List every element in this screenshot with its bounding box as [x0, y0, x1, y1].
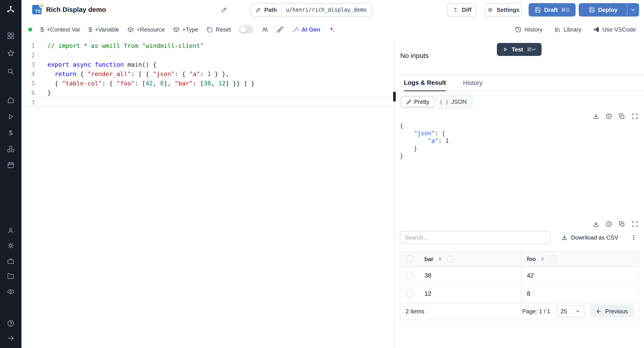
- search-input[interactable]: [400, 231, 550, 244]
- ai-gen-button[interactable]: AI Gen: [292, 26, 320, 33]
- copy-icon[interactable]: [618, 221, 625, 228]
- runs-play-icon[interactable]: [0, 109, 22, 125]
- download-icon[interactable]: [592, 221, 599, 228]
- audit-eye-icon[interactable]: [0, 284, 22, 300]
- test-button[interactable]: Test ⌘↵: [497, 43, 542, 56]
- deploy-button[interactable]: Deploy: [579, 3, 639, 16]
- json-pretty-view: { "json": { "a": 1 }}: [400, 122, 639, 160]
- workspace-apps-icon[interactable]: [0, 28, 22, 44]
- sparkles-icon[interactable]: [328, 26, 336, 33]
- column-toggle-checkbox[interactable]: [447, 256, 454, 262]
- sidebar: $: [0, 0, 22, 348]
- deploy-dropdown[interactable]: [627, 4, 639, 16]
- table-footer: 2 items Page: 1 / 1 25 Previous: [400, 302, 639, 320]
- column-header-foo[interactable]: foo: [527, 256, 536, 262]
- arrow-left-icon: [596, 308, 602, 314]
- kebab-menu-icon[interactable]: [630, 234, 637, 241]
- code-line[interactable]: 5 { "table-col": { "foo": [42, 8], "bar"…: [22, 79, 394, 88]
- deploy-save-icon: [589, 7, 595, 13]
- app-window: $ TS: [0, 0, 644, 348]
- schedules-calendar-icon[interactable]: [0, 157, 22, 173]
- history-button[interactable]: History: [515, 26, 542, 33]
- cube-icon: [173, 26, 180, 33]
- code-line[interactable]: 2: [22, 50, 394, 60]
- windmill-logo-icon[interactable]: [0, 2, 22, 18]
- settings-gear-icon[interactable]: [0, 238, 22, 254]
- help-icon[interactable]: [0, 315, 22, 332]
- code-editor[interactable]: 1// import * as wmill from "windmill-cli…: [22, 39, 394, 348]
- previous-page-button[interactable]: Previous: [590, 305, 633, 318]
- table-row[interactable]: 3842: [400, 267, 639, 285]
- table-header: bar foo: [400, 252, 639, 267]
- pretty-view-button[interactable]: Pretty: [401, 96, 434, 107]
- script-path[interactable]: u/henri/rich_display_demo: [282, 7, 370, 13]
- settings-button[interactable]: Settings: [484, 3, 522, 16]
- collapse-arrow-icon[interactable]: [0, 330, 22, 346]
- expand-icon[interactable]: [632, 221, 638, 228]
- tab-history[interactable]: History: [463, 75, 482, 91]
- code-line[interactable]: 6}: [22, 88, 394, 98]
- multiplayer-toggle[interactable]: [239, 26, 253, 34]
- script-title: Rich Display demo: [46, 6, 106, 14]
- search-icon[interactable]: [0, 64, 22, 80]
- reset-button[interactable]: Reset: [206, 26, 231, 33]
- bun-runtime-badge: [39, 3, 44, 8]
- favorites-star-icon[interactable]: [0, 45, 22, 61]
- braces-icon: { }: [440, 99, 448, 105]
- items-count: 2 items: [406, 308, 424, 315]
- sort-icon[interactable]: [540, 256, 545, 262]
- page-size-select[interactable]: 25: [556, 305, 584, 317]
- multiplayer-users-icon[interactable]: [262, 26, 268, 33]
- download-csv-button[interactable]: Download as CSV: [561, 234, 618, 241]
- home-icon[interactable]: [0, 92, 22, 108]
- variables-dollar-icon[interactable]: $: [0, 125, 22, 141]
- column-header-bar[interactable]: bar: [424, 256, 433, 262]
- path-button[interactable]: Path: [251, 4, 282, 16]
- add-type-button[interactable]: +Type: [173, 26, 198, 33]
- pane-resize-handle[interactable]: [393, 92, 396, 102]
- diff-button[interactable]: Diff: [447, 3, 477, 16]
- chevron-down-icon: [630, 7, 636, 13]
- code-line[interactable]: 4 return { "render_all": [ { "json": { "…: [22, 69, 394, 79]
- folders-icon[interactable]: [0, 268, 22, 284]
- library-button[interactable]: Library: [554, 26, 581, 33]
- no-inputs-label: No inputs: [400, 52, 429, 60]
- code-line[interactable]: 1// import * as wmill from "windmill-cli…: [22, 41, 394, 50]
- page-label: Page: 1 / 1: [522, 308, 550, 315]
- code-line[interactable]: 7: [22, 98, 394, 107]
- info-icon[interactable]: [606, 113, 612, 120]
- code-line[interactable]: 3export async function main() {: [22, 60, 394, 69]
- table-row[interactable]: 128: [400, 285, 639, 302]
- row-checkbox[interactable]: [406, 290, 414, 298]
- gear-icon: [487, 6, 494, 13]
- refresh-icon: [206, 26, 213, 33]
- table-result-actions: [400, 221, 639, 228]
- info-icon[interactable]: [606, 221, 612, 228]
- workers-briefcase-icon[interactable]: [0, 253, 22, 269]
- draft-button[interactable]: Draft ⌘S: [528, 3, 576, 16]
- add-resource-button[interactable]: +Resource: [127, 26, 165, 33]
- tab-logs-result[interactable]: Logs & Result: [404, 75, 446, 91]
- add-context-var-button[interactable]: $+Context Var: [40, 26, 80, 33]
- test-shortcut: ⌘↵: [527, 46, 536, 52]
- result-table: bar foo 3842128 2 i: [400, 251, 639, 320]
- users-icon[interactable]: [0, 222, 22, 238]
- select-all-checkbox[interactable]: [406, 255, 414, 263]
- use-vscode-button[interactable]: Use VSCode: [593, 26, 636, 33]
- diff-icon: [452, 7, 459, 13]
- copy-icon[interactable]: [618, 113, 625, 120]
- chevron-down-icon: [575, 309, 580, 314]
- resources-boxes-icon[interactable]: [0, 141, 22, 157]
- download-icon[interactable]: [592, 113, 599, 120]
- format-brush-icon[interactable]: [276, 26, 284, 33]
- play-icon: [502, 46, 508, 52]
- wand-icon: [292, 26, 299, 33]
- column-toggle-checkbox[interactable]: [549, 256, 556, 262]
- edit-summary-pencil-icon[interactable]: [221, 6, 228, 13]
- sort-icon[interactable]: [438, 256, 443, 262]
- row-checkbox[interactable]: [406, 272, 414, 279]
- add-variable-button[interactable]: $+Variable: [88, 26, 119, 33]
- json-view-button[interactable]: { } JSON: [435, 97, 471, 107]
- library-icon: [554, 26, 561, 33]
- expand-icon[interactable]: [632, 113, 638, 120]
